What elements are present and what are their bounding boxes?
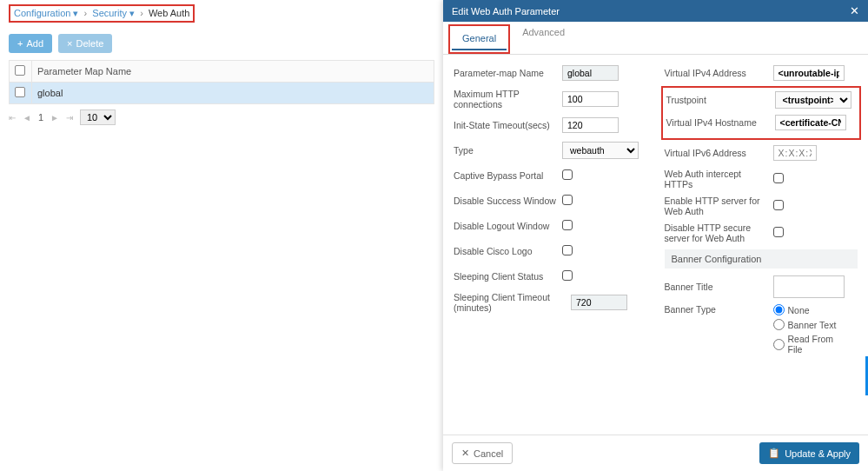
- highlight-box: Trustpoint <trustpoint> Virtual IPv4 Hos…: [661, 86, 862, 140]
- close-icon[interactable]: ✕: [850, 4, 859, 17]
- plus-icon: +: [17, 38, 23, 49]
- dsuccess-label: Disable Success Window: [454, 196, 562, 206]
- add-button[interactable]: +Add: [9, 34, 52, 53]
- dcisco-label: Disable Cisco Logo: [454, 246, 562, 256]
- type-select[interactable]: webauth: [562, 142, 639, 159]
- intercept-label: Web Auth intercept HTTPs: [665, 169, 773, 189]
- pager-last-icon[interactable]: ⇥: [66, 113, 73, 123]
- row-checkbox[interactable]: [15, 87, 25, 97]
- breadcrumb-configuration[interactable]: Configuration ▾: [14, 8, 79, 18]
- sleeptimeout-label: Sleeping Client Timeout (minutes): [454, 292, 571, 313]
- dsuccess-checkbox[interactable]: [562, 195, 573, 205]
- pager-prev-icon[interactable]: ◄: [23, 113, 31, 123]
- x-icon: ✕: [461, 448, 469, 459]
- banner-title-input[interactable]: [773, 275, 845, 298]
- banner-section-header: Banner Configuration: [665, 249, 858, 269]
- chevron-right-icon: ›: [84, 8, 88, 18]
- v4addr-label: Virtual IPv4 Address: [665, 68, 773, 78]
- sleep-label: Sleeping Client Status: [454, 271, 562, 282]
- chevron-right-icon: ›: [140, 8, 143, 18]
- httpdis-checkbox[interactable]: [773, 227, 784, 237]
- cancel-button[interactable]: ✕Cancel: [452, 442, 513, 464]
- row-cell-name: global: [32, 83, 434, 104]
- maxconn-input[interactable]: [562, 91, 619, 107]
- pager-next-icon[interactable]: ►: [50, 113, 59, 123]
- update-apply-button[interactable]: 📋Update & Apply: [759, 442, 859, 464]
- dlogout-checkbox[interactable]: [562, 220, 573, 230]
- v4host-input[interactable]: [775, 115, 846, 130]
- parameter-map-table: Parameter Map Name global: [9, 60, 434, 104]
- select-all-checkbox[interactable]: [15, 65, 25, 76]
- delete-button-label: Delete: [76, 38, 104, 49]
- breadcrumb: Configuration ▾ › Security ▾ › Web Auth: [9, 4, 195, 23]
- save-icon: 📋: [768, 448, 780, 459]
- httpdis-label: Disable HTTP secure server for Web Auth: [665, 222, 773, 243]
- v4host-label: Virtual IPv4 Hostname: [666, 117, 775, 128]
- banner-title-label: Banner Title: [665, 282, 773, 292]
- httpen-checkbox[interactable]: [773, 200, 784, 210]
- httpen-label: Enable HTTP server for Web Auth: [665, 196, 773, 216]
- pager-first-icon[interactable]: ⇤: [9, 113, 16, 123]
- dcisco-checkbox[interactable]: [562, 245, 573, 255]
- initstate-label: Init-State Timeout(secs): [454, 120, 562, 130]
- banner-type-label: Banner Type: [665, 304, 773, 315]
- v4addr-input[interactable]: [773, 65, 845, 81]
- sleep-checkbox[interactable]: [562, 270, 573, 281]
- pmap-name-input[interactable]: [562, 65, 619, 81]
- delete-button[interactable]: ×Delete: [58, 34, 112, 53]
- tab-advanced[interactable]: Advanced: [512, 22, 575, 54]
- v6addr-label: Virtual IPv6 Address: [665, 148, 773, 158]
- breadcrumb-current: Web Auth: [149, 8, 190, 18]
- table-row[interactable]: global: [10, 83, 434, 104]
- sleeptimeout-input[interactable]: [571, 295, 627, 310]
- captive-checkbox[interactable]: [562, 169, 573, 180]
- radio-none[interactable]: None: [773, 304, 815, 315]
- intercept-checkbox[interactable]: [773, 173, 784, 183]
- radio-none-input[interactable]: [773, 304, 785, 315]
- radio-file[interactable]: Read From File: [773, 334, 850, 355]
- tab-general[interactable]: General: [452, 28, 507, 50]
- trustpoint-select[interactable]: <trustpoint>: [775, 91, 851, 109]
- add-button-label: Add: [26, 38, 43, 49]
- column-header-name[interactable]: Parameter Map Name: [32, 61, 434, 83]
- type-label: Type: [454, 145, 562, 156]
- radio-text-input[interactable]: [773, 319, 785, 330]
- pager-current: 1: [38, 112, 43, 123]
- page-size-select[interactable]: 10: [80, 109, 116, 125]
- v6addr-input[interactable]: [773, 145, 817, 161]
- breadcrumb-security[interactable]: Security ▾: [92, 8, 135, 18]
- captive-label: Captive Bypass Portal: [454, 170, 562, 181]
- radio-text[interactable]: Banner Text: [773, 319, 842, 330]
- initstate-input[interactable]: [562, 117, 619, 133]
- trustpoint-label: Trustpoint: [666, 95, 775, 105]
- panel-title: Edit Web Auth Parameter: [452, 6, 560, 17]
- pmap-name-label: Parameter-map Name: [454, 68, 562, 78]
- x-icon: ×: [67, 38, 72, 49]
- edit-panel: Edit Web Auth Parameter ✕ General Advanc…: [443, 0, 868, 471]
- maxconn-label: Maximum HTTP connections: [454, 89, 562, 109]
- radio-file-input[interactable]: [773, 339, 785, 350]
- dlogout-label: Disable Logout Window: [454, 221, 562, 231]
- pager: ⇤ ◄ 1 ► ⇥ 10: [9, 109, 434, 125]
